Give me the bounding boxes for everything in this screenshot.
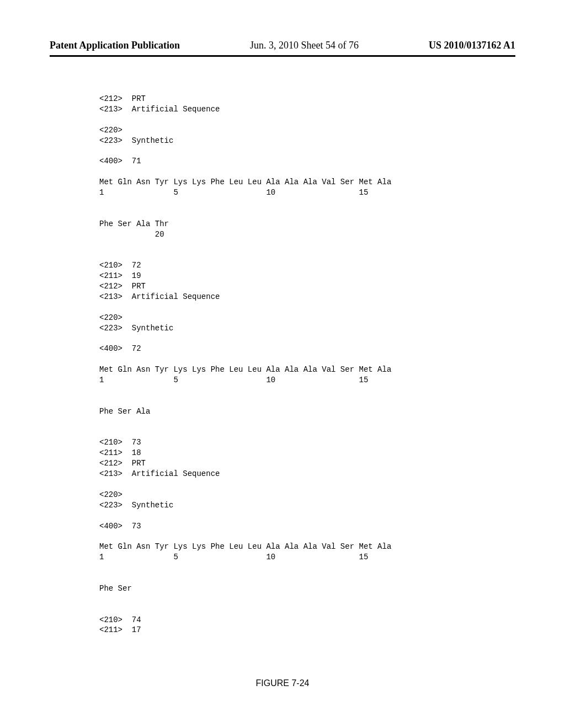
date-sheet-info: Jun. 3, 2010 Sheet 54 of 76	[250, 40, 359, 51]
sequence-listing: <212> PRT <213> Artificial Sequence <220…	[99, 94, 466, 635]
page-header: Patent Application Publication Jun. 3, 2…	[0, 40, 565, 51]
publication-number: US 2010/0137162 A1	[429, 40, 515, 51]
figure-label: FIGURE 7-24	[0, 678, 565, 688]
header-divider	[50, 55, 515, 57]
publication-title: Patent Application Publication	[50, 40, 180, 51]
